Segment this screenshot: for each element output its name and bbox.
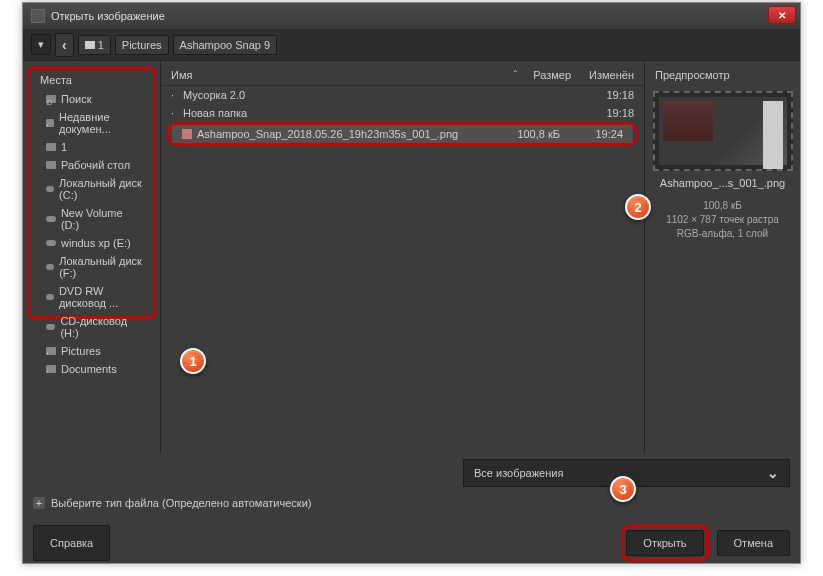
- sidebar-item-label: Поиск: [61, 93, 91, 105]
- file-row[interactable]: Ashampoo_Snap_2018.05.26_19h23m35s_001_.…: [172, 125, 633, 143]
- sidebar-item-label: DVD RW дисковод ...: [59, 285, 143, 309]
- sidebar-item[interactable]: DVD RW дисковод ...: [30, 282, 153, 312]
- disk-icon: [46, 216, 56, 222]
- chevron-down-icon: [767, 465, 779, 481]
- search-icon: [46, 95, 56, 103]
- sidebar-item-label: Рабочий стол: [61, 159, 130, 171]
- disk-icon: [46, 240, 56, 246]
- cancel-button[interactable]: Отмена: [717, 530, 790, 556]
- filetype-expander[interactable]: Выберите тип файла (Определено автоматич…: [33, 493, 790, 513]
- plus-icon: [33, 497, 45, 509]
- breadcrumb-bar: ▾ 1 Pictures Ashampoo Snap 9: [23, 29, 800, 61]
- callout-2: 2: [625, 194, 651, 220]
- annotation-frame-1: Места ПоискНедавние докумен...1Рабочий с…: [27, 67, 156, 319]
- folder-icon: [46, 143, 56, 151]
- filter-row: Все изображения: [33, 459, 790, 487]
- preview-filename: Ashampoo_...s_001_.png: [653, 177, 792, 189]
- back-button[interactable]: [55, 33, 74, 57]
- button-row: Справка Открыть Отмена: [33, 525, 790, 561]
- annotation-frame-2: Ashampoo_Snap_2018.05.26_19h23m35s_001_.…: [167, 122, 638, 146]
- close-button[interactable]: ✕: [768, 6, 796, 24]
- column-modified[interactable]: Изменён: [579, 69, 634, 81]
- file-open-dialog: Открыть изображение ✕ ▾ 1 Pictures Asham…: [22, 2, 801, 564]
- column-name[interactable]: Имя: [171, 69, 510, 81]
- breadcrumb-drive[interactable]: 1: [78, 35, 111, 55]
- file-row[interactable]: Новая папка19:18: [161, 104, 644, 122]
- titlebar: Открыть изображение ✕: [23, 3, 800, 29]
- image-icon: [182, 129, 192, 139]
- sidebar-item[interactable]: windus xp (E:): [30, 234, 153, 252]
- places-sidebar: Места ПоискНедавние докумен...1Рабочий с…: [23, 61, 161, 453]
- sidebar-item-label: New Volume (D:): [61, 207, 143, 231]
- dot-icon: [46, 119, 54, 127]
- sidebar-item[interactable]: Поиск: [30, 90, 153, 108]
- sidebar-item-label: Pictures: [61, 345, 101, 357]
- file-list-header: Имя ⌃ Размер Изменён: [161, 65, 644, 86]
- file-row[interactable]: Мусорка 2.019:18: [161, 86, 644, 104]
- disk-icon: [46, 186, 54, 192]
- sidebar-item[interactable]: Локальный диск (C:): [30, 174, 153, 204]
- breadcrumb-pictures[interactable]: Pictures: [115, 35, 169, 55]
- sidebar-item-label: Documents: [61, 363, 117, 375]
- sidebar-item-label: Локальный диск (C:): [59, 177, 143, 201]
- sidebar-item[interactable]: Documents: [30, 360, 153, 378]
- open-button[interactable]: Открыть: [626, 530, 703, 556]
- disk-icon: [46, 324, 55, 330]
- file-list: Имя ⌃ Размер Изменён Мусорка 2.019:18Нов…: [161, 61, 644, 453]
- sidebar-item[interactable]: Локальный диск (F:): [30, 252, 153, 282]
- window-title: Открыть изображение: [51, 10, 165, 22]
- sidebar-item-label: CD-дисковод (H:): [60, 315, 143, 339]
- preview-header: Предпросмотр: [653, 65, 792, 85]
- column-size[interactable]: Размер: [519, 69, 579, 81]
- breadcrumb-menu[interactable]: ▾: [31, 34, 51, 55]
- folder-icon: [46, 161, 56, 169]
- dot-icon: [46, 365, 56, 373]
- breadcrumb-current[interactable]: Ashampoo Snap 9: [173, 35, 278, 55]
- chevron-left-icon: [62, 37, 67, 53]
- sidebar-item[interactable]: Рабочий стол: [30, 156, 153, 174]
- sidebar-header: Места: [30, 70, 153, 90]
- sidebar-item-label: windus xp (E:): [61, 237, 131, 249]
- app-icon: [31, 9, 45, 23]
- disk-icon: [46, 294, 54, 300]
- sidebar-item[interactable]: CD-дисковод (H:): [30, 312, 153, 342]
- callout-3: 3: [610, 476, 636, 502]
- sidebar-item[interactable]: 1: [30, 138, 153, 156]
- sidebar-item[interactable]: Недавние докумен...: [30, 108, 153, 138]
- callout-1: 1: [180, 348, 206, 374]
- sort-indicator: ⌃: [512, 69, 519, 81]
- dot-icon: [46, 347, 56, 355]
- preview-thumbnail: [653, 91, 793, 171]
- sidebar-item-label: 1: [61, 141, 67, 153]
- preview-panel: Предпросмотр Ashampoo_...s_001_.png 100,…: [644, 61, 800, 453]
- sidebar-item[interactable]: Pictures: [30, 342, 153, 360]
- annotation-frame-3: Открыть: [621, 525, 708, 561]
- preview-meta: 100,8 кБ 1102 × 787 точек растра RGB-аль…: [653, 199, 792, 241]
- sidebar-item-label: Недавние докумен...: [59, 111, 143, 135]
- help-button[interactable]: Справка: [33, 525, 110, 561]
- sidebar-item[interactable]: New Volume (D:): [30, 204, 153, 234]
- bottom-panel: Все изображения Выберите тип файла (Опре…: [23, 453, 800, 563]
- content-area: Места ПоискНедавние докумен...1Рабочий с…: [23, 61, 800, 453]
- disk-icon: [46, 264, 54, 270]
- sidebar-item-label: Локальный диск (F:): [59, 255, 143, 279]
- folder-icon: [85, 41, 95, 49]
